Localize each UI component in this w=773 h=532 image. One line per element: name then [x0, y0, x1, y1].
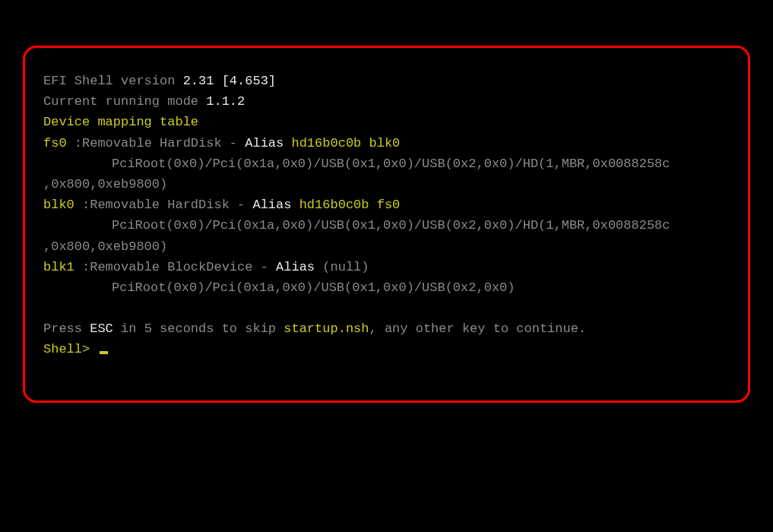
device-type: :Removable HardDisk - — [74, 198, 253, 212]
device-name-fs0: fs0 — [43, 136, 74, 150]
skip-text-mid2: , any other key to continue. — [369, 321, 586, 336]
alias-value: hd16b0c0b fs0 — [299, 198, 401, 212]
running-mode-line: Current running mode 1.1.2 — [43, 91, 730, 112]
alias-label: Alias — [245, 136, 291, 150]
blank-line — [43, 298, 730, 318]
shell-version: 2.31 [4.653] — [183, 74, 276, 88]
shell-version-line: EFI Shell version 2.31 [4.653] — [43, 71, 730, 91]
shell-prompt: Shell> — [43, 342, 97, 356]
device-type: :Removable BlockDevice - — [74, 260, 276, 274]
device-path-cont-fs0: ,0x800,0xeb9800) — [43, 174, 730, 195]
shell-title-prefix: EFI Shell version — [43, 74, 183, 88]
device-name-blk1: blk1 — [43, 260, 74, 274]
cursor-icon — [100, 351, 108, 354]
device-path-fs0: PciRoot(0x0)/Pci(0x1a,0x0)/USB(0x1,0x0)/… — [43, 154, 730, 174]
device-type: :Removable HardDisk - — [74, 136, 245, 150]
alias-label: Alias — [252, 198, 299, 212]
device-entry-blk0: blk0 :Removable HardDisk - Alias hd16b0c… — [43, 195, 730, 215]
running-mode-version: 1.1.2 — [206, 94, 245, 109]
alias-label: Alias — [276, 260, 322, 274]
alias-value: hd16b0c0b blk0 — [291, 136, 400, 150]
shell-input-line[interactable]: Shell> — [43, 339, 730, 359]
device-path-blk1: PciRoot(0x0)/Pci(0x1a,0x0)/USB(0x1,0x0)/… — [43, 277, 730, 298]
running-mode-prefix: Current running mode — [43, 94, 206, 109]
device-path-blk0: PciRoot(0x0)/Pci(0x1a,0x0)/USB(0x1,0x0)/… — [43, 215, 730, 236]
startup-nsh: startup.nsh — [284, 321, 369, 336]
device-name-blk0: blk0 — [43, 198, 74, 212]
device-entry-blk1: blk1 :Removable BlockDevice - Alias (nul… — [43, 257, 730, 277]
device-mapping-label: Device mapping table — [43, 112, 730, 132]
skip-text-mid1: in 5 seconds to skip — [113, 321, 284, 336]
alias-null: (null) — [322, 260, 369, 274]
startup-prompt-line: Press ESC in 5 seconds to skip startup.n… — [43, 318, 730, 339]
press-text: Press — [43, 321, 90, 336]
esc-key: ESC — [90, 321, 113, 336]
device-path-cont-blk0: ,0x800,0xeb9800) — [43, 236, 730, 257]
terminal-frame: EFI Shell version 2.31 [4.653] Current r… — [23, 46, 750, 403]
device-entry-fs0: fs0 :Removable HardDisk - Alias hd16b0c0… — [43, 133, 730, 154]
